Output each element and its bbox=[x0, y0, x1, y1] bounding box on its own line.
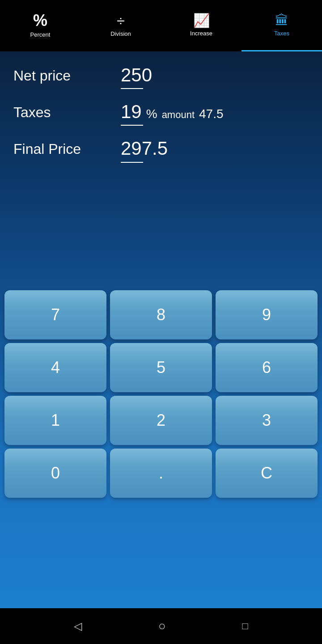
key-2[interactable]: 2 bbox=[110, 396, 212, 445]
taxes-pct-symbol: % bbox=[146, 107, 157, 121]
final-price-row: Final Price 297.5 bbox=[13, 138, 309, 162]
key-7[interactable]: 7 bbox=[4, 290, 106, 339]
taxes-value[interactable]: 19 bbox=[121, 102, 142, 122]
net-price-row: Net price 250 bbox=[13, 65, 309, 89]
nav-item-percent[interactable]: % Percent bbox=[0, 4, 80, 51]
net-price-label: Net price bbox=[13, 65, 121, 84]
nav-label-percent: Percent bbox=[30, 31, 51, 38]
final-price-value-block: 297.5 bbox=[121, 138, 168, 162]
key-8[interactable]: 8 bbox=[110, 290, 212, 339]
spacer bbox=[0, 502, 322, 608]
taxes-amount-value: 47.5 bbox=[199, 107, 224, 121]
increase-icon: 📈 bbox=[193, 14, 210, 27]
net-price-value[interactable]: 250 bbox=[121, 65, 152, 85]
nav-label-increase: Increase bbox=[190, 30, 212, 37]
nav-item-increase[interactable]: 📈 Increase bbox=[161, 4, 242, 51]
key-9[interactable]: 9 bbox=[216, 290, 318, 339]
key-0[interactable]: 0 bbox=[4, 449, 106, 498]
final-price-value[interactable]: 297.5 bbox=[121, 138, 168, 159]
taxes-row: Taxes 19 % amount 47.5 bbox=[13, 102, 309, 126]
net-price-underline bbox=[121, 88, 143, 89]
keypad: 7894561230.C bbox=[0, 286, 322, 502]
taxes-underline bbox=[121, 125, 143, 126]
nav-item-taxes[interactable]: 🏛 Taxes bbox=[242, 4, 322, 51]
taxes-amount-label: amount bbox=[162, 109, 195, 121]
home-button[interactable]: ○ bbox=[158, 619, 166, 633]
final-price-underline bbox=[121, 162, 143, 163]
taxes-value-block: 19 % amount 47.5 bbox=[121, 102, 224, 126]
percent-icon: % bbox=[33, 13, 47, 29]
top-navigation: % Percent ÷ Division 📈 Increase 🏛 Taxes bbox=[0, 0, 322, 51]
taxes-value-row: 19 % amount 47.5 bbox=[121, 102, 224, 122]
key-6[interactable]: 6 bbox=[216, 343, 318, 392]
key-dot[interactable]: . bbox=[110, 449, 212, 498]
key-3[interactable]: 3 bbox=[216, 396, 318, 445]
division-icon: ÷ bbox=[117, 13, 125, 28]
bottom-navigation: ◁ ○ □ bbox=[0, 608, 322, 644]
key-5[interactable]: 5 bbox=[110, 343, 212, 392]
final-price-label: Final Price bbox=[13, 138, 121, 157]
taxes-icon: 🏛 bbox=[275, 14, 288, 27]
key-1[interactable]: 1 bbox=[4, 396, 106, 445]
nav-label-taxes: Taxes bbox=[274, 30, 289, 37]
back-button[interactable]: ◁ bbox=[74, 620, 82, 632]
nav-label-division: Division bbox=[110, 30, 131, 37]
recent-apps-button[interactable]: □ bbox=[242, 620, 248, 632]
key-clear[interactable]: C bbox=[216, 449, 318, 498]
nav-item-division[interactable]: ÷ Division bbox=[80, 4, 161, 51]
taxes-label: Taxes bbox=[13, 102, 121, 121]
main-content: Net price 250 Taxes 19 % amount 47.5 Fin… bbox=[0, 51, 322, 286]
net-price-value-block: 250 bbox=[121, 65, 152, 89]
key-4[interactable]: 4 bbox=[4, 343, 106, 392]
